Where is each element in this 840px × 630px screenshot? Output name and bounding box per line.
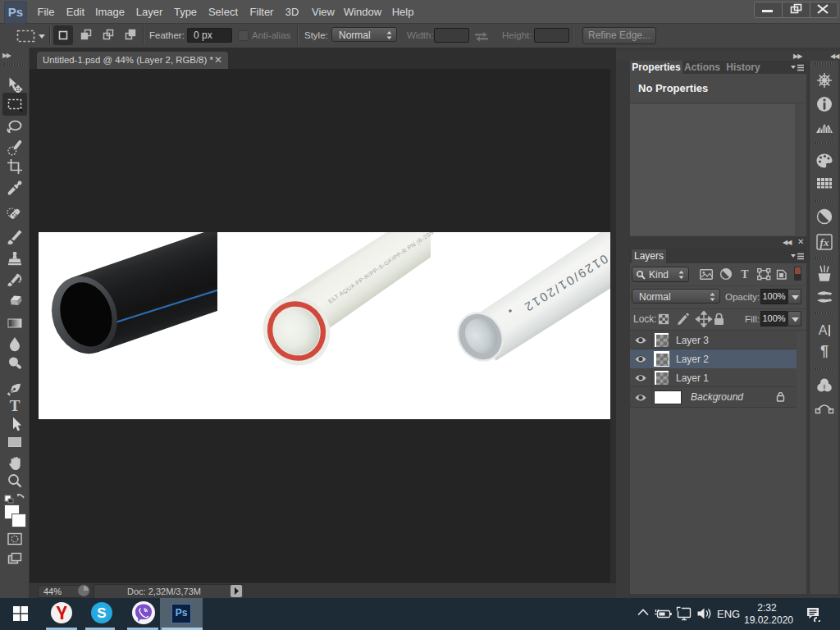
svg-text:A: A (819, 323, 828, 337)
svg-text:T: T (741, 268, 749, 281)
svg-text:T: T (10, 397, 21, 413)
svg-text:¶: ¶ (820, 343, 829, 359)
svg-text:fx: fx (820, 236, 829, 249)
svg-text:S: S (97, 605, 106, 621)
